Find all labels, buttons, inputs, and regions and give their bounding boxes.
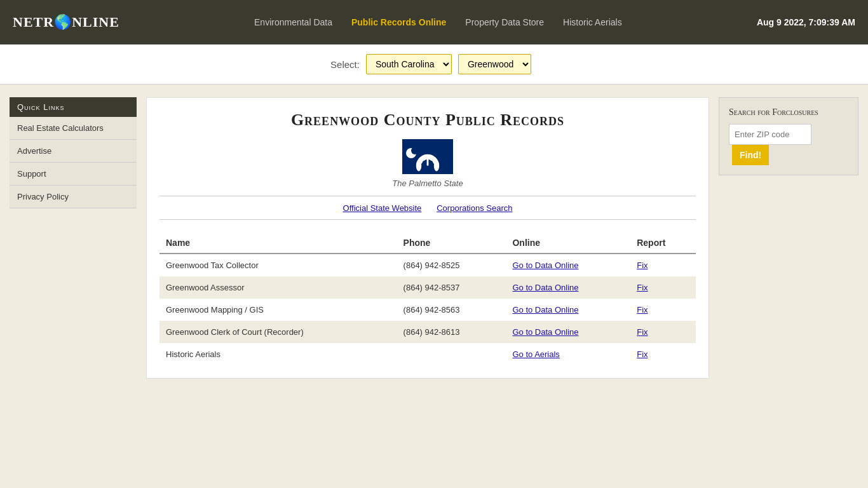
col-online: Online: [506, 233, 630, 254]
col-report: Report: [630, 233, 696, 254]
sidebar-support[interactable]: Support: [10, 163, 137, 186]
county-select[interactable]: Greenwood: [458, 54, 531, 74]
table-row: Greenwood Mapping / GIS(864) 942-8563Go …: [159, 299, 696, 321]
datetime: Aug 9 2022, 7:09:39 AM: [757, 17, 855, 27]
state-links: Official State Website Corporations Sear…: [159, 196, 696, 220]
svg-point-1: [411, 147, 419, 154]
main-nav: Environmental Data Public Records Online…: [254, 17, 622, 27]
online-link[interactable]: Go to Data Online: [512, 305, 578, 315]
table-header-row: Name Phone Online Report: [159, 233, 696, 254]
online-link[interactable]: Go to Data Online: [512, 283, 578, 292]
svg-point-5: [423, 154, 433, 159]
cell-name: Greenwood Assessor: [159, 276, 397, 299]
table-row: Greenwood Tax Collector(864) 942-8525Go …: [159, 254, 696, 276]
report-link[interactable]: Fix: [637, 349, 648, 359]
flag-container: The Palmetto State: [159, 139, 696, 188]
main-content: Greenwood County Public Records: [146, 97, 709, 379]
nav-public-records[interactable]: Public Records Online: [351, 17, 446, 27]
page-title-container: Greenwood County Public Records: [159, 111, 696, 130]
cell-phone: (864) 942-8563: [397, 299, 506, 321]
cell-phone: (864) 942-8537: [397, 276, 506, 299]
report-link[interactable]: Fix: [637, 283, 648, 292]
table-row: Historic AerialsGo to AerialsFix: [159, 343, 696, 365]
cell-report: Fix: [630, 321, 696, 343]
cell-name: Greenwood Tax Collector: [159, 254, 397, 276]
foreclosure-title: Search for Forclosures: [729, 107, 848, 118]
cell-report: Fix: [630, 276, 696, 299]
zip-input[interactable]: [729, 124, 811, 145]
state-select[interactable]: South Carolina: [366, 54, 452, 74]
online-link[interactable]: Go to Aerials: [512, 349, 559, 359]
layout: Quick Links Real Estate Calculators Adve…: [0, 85, 868, 391]
cell-name: Greenwood Clerk of Court (Recorder): [159, 321, 397, 343]
table-row: Greenwood Assessor(864) 942-8537Go to Da…: [159, 276, 696, 299]
selector-bar: Select: South Carolina Greenwood: [0, 44, 868, 85]
cell-phone: [397, 343, 506, 365]
online-link[interactable]: Go to Data Online: [512, 327, 578, 337]
sidebar-title: Quick Links: [10, 97, 137, 117]
page-title: Greenwood County Public Records: [159, 111, 696, 130]
foreclosure-box: Search for Forclosures Find!: [719, 97, 858, 175]
foreclosure-inputs: Find!: [729, 124, 848, 165]
cell-online: Go to Data Online: [506, 321, 630, 343]
select-label: Select:: [330, 59, 360, 70]
online-link[interactable]: Go to Data Online: [512, 261, 578, 270]
cell-phone: (864) 942-8613: [397, 321, 506, 343]
logo: NETR🌎NLINE: [13, 14, 119, 30]
sidebar: Quick Links Real Estate Calculators Adve…: [10, 97, 137, 379]
cell-online: Go to Data Online: [506, 254, 630, 276]
cell-online: Go to Data Online: [506, 299, 630, 321]
sidebar-privacy[interactable]: Privacy Policy: [10, 186, 137, 208]
col-name: Name: [159, 233, 397, 254]
report-link[interactable]: Fix: [637, 261, 648, 270]
official-state-website-link[interactable]: Official State Website: [343, 203, 422, 213]
svg-point-8: [434, 161, 439, 172]
cell-online: Go to Data Online: [506, 276, 630, 299]
cell-report: Fix: [630, 254, 696, 276]
report-link[interactable]: Fix: [637, 327, 648, 337]
cell-name: Historic Aerials: [159, 343, 397, 365]
cell-phone: (864) 942-8525: [397, 254, 506, 276]
report-link[interactable]: Fix: [637, 305, 648, 315]
table-body: Greenwood Tax Collector(864) 942-8525Go …: [159, 254, 696, 365]
sidebar-real-estate[interactable]: Real Estate Calculators: [10, 117, 137, 140]
sidebar-advertise[interactable]: Advertise: [10, 140, 137, 163]
cell-name: Greenwood Mapping / GIS: [159, 299, 397, 321]
nav-environmental-data[interactable]: Environmental Data: [254, 17, 332, 27]
find-button[interactable]: Find!: [732, 145, 769, 165]
header: NETR🌎NLINE Environmental Data Public Rec…: [0, 0, 868, 44]
nav-property-data[interactable]: Property Data Store: [465, 17, 544, 27]
svg-point-9: [416, 161, 421, 172]
cell-report: Fix: [630, 299, 696, 321]
nav-historic-aerials[interactable]: Historic Aerials: [563, 17, 622, 27]
table-row: Greenwood Clerk of Court (Recorder)(864)…: [159, 321, 696, 343]
right-sidebar: Search for Forclosures Find!: [719, 97, 858, 379]
col-phone: Phone: [397, 233, 506, 254]
state-flag: [402, 139, 453, 174]
globe-icon: 🌎: [54, 14, 72, 30]
flag-caption: The Palmetto State: [159, 179, 696, 188]
records-table: Name Phone Online Report Greenwood Tax C…: [159, 233, 696, 365]
cell-report: Fix: [630, 343, 696, 365]
corporations-search-link[interactable]: Corporations Search: [437, 203, 512, 213]
cell-online: Go to Aerials: [506, 343, 630, 365]
